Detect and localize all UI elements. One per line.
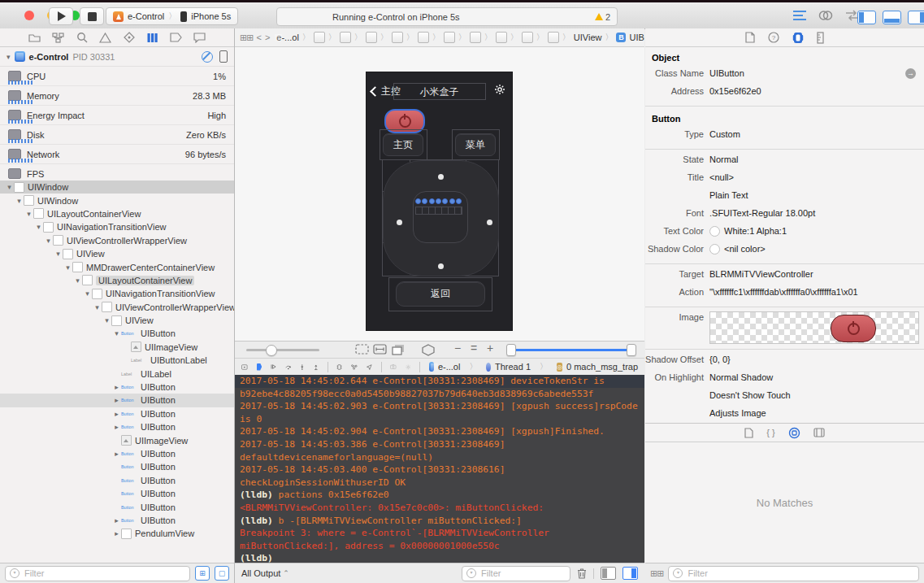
debug-view-hierarchy-button[interactable] (336, 362, 342, 372)
memory-graph-button[interactable] (351, 362, 358, 372)
hierarchy-filter-input[interactable] (23, 568, 185, 579)
disclosure-arrow[interactable]: ▸ (112, 396, 121, 404)
tree-row[interactable]: ButtonUIButton (0, 460, 234, 473)
tree-row[interactable]: ▸PendulumView (0, 527, 234, 540)
gauge-row-cpu[interactable]: CPU1% (0, 67, 234, 86)
clip-content-button[interactable] (355, 344, 369, 355)
warning-counter[interactable]: 2 (595, 12, 610, 22)
selection-handle-dot[interactable] (436, 198, 441, 204)
jumpbar-view-icon[interactable] (392, 32, 403, 43)
debug-jump-thread-label[interactable]: Thread 1 (495, 362, 531, 372)
spacing-slider-track[interactable] (246, 349, 319, 351)
disclosure-arrow[interactable]: ▾ (112, 329, 121, 337)
step-into-button[interactable] (300, 362, 305, 372)
zoom-actual-button[interactable]: = (471, 342, 477, 355)
jumpbar-view-icon[interactable] (522, 32, 533, 43)
test-navigator-tab[interactable] (123, 32, 136, 44)
tree-row[interactable]: ▸ButtonUIButton (0, 407, 234, 420)
disclosure-arrow[interactable]: ▸ (112, 516, 121, 524)
screenshot-button[interactable] (390, 362, 397, 372)
debug-process-row[interactable]: ▾ e-Control PID 30331 (0, 47, 234, 67)
disclosure-arrow[interactable]: ▾ (44, 237, 53, 245)
disclosure-arrow[interactable]: ▸ (112, 410, 121, 418)
media-library-tab[interactable] (813, 428, 825, 437)
run-button[interactable] (49, 7, 73, 25)
selection-handle-dot[interactable] (415, 198, 421, 204)
disclosure-arrow[interactable]: ▾ (34, 223, 43, 231)
power-button-selected[interactable] (384, 109, 425, 133)
selection-handle-dot[interactable] (456, 198, 462, 204)
gauge-row-energy-impact[interactable]: Energy ImpactHigh (0, 106, 234, 125)
breakpoint-navigator-tab[interactable] (170, 32, 183, 44)
zoom-in-button[interactable]: + (487, 342, 493, 355)
tree-row[interactable]: UIImageView (0, 341, 234, 354)
object-inspector-tab[interactable] (792, 32, 804, 44)
tree-row[interactable]: ▾UIViewControllerWrapperView (0, 234, 234, 247)
disclosure-arrow[interactable]: ▾ (5, 183, 14, 191)
debug-jump-frame-label[interactable]: 0 mach_msg_trap (566, 362, 638, 372)
jumpbar-view-icon[interactable] (470, 32, 481, 43)
disclosure-arrow[interactable]: ▾ (73, 276, 82, 285)
tree-row[interactable]: ▾UINavigationTransitionView (0, 220, 234, 233)
disclosure-arrow[interactable]: ▾ (63, 263, 72, 272)
jumpbar-view-icon[interactable] (340, 32, 351, 43)
disclosure-arrow[interactable]: ▾ (24, 210, 33, 218)
tree-row[interactable]: ▾MMDrawerCenterContainerView (0, 260, 234, 273)
disclosure-arrow[interactable]: ▾ (93, 303, 102, 311)
jumpbar-uiview-label[interactable]: UIView (574, 33, 602, 42)
toggle-debug-area-button[interactable] (883, 11, 901, 24)
show-constraints-button[interactable]: ⊞ (195, 566, 210, 581)
show-variables-view-button[interactable] (601, 567, 616, 580)
selection-handle-dot[interactable] (429, 198, 435, 204)
tree-row[interactable]: ▾UIWindow (0, 181, 234, 194)
disclosure-arrow[interactable]: ▾ (15, 197, 24, 205)
show-constraints-button[interactable] (373, 344, 387, 355)
disclosure-arrow[interactable]: ▸ (112, 383, 121, 391)
issue-navigator-tab[interactable] (99, 32, 112, 44)
tree-row[interactable]: ▾UIWindow (0, 194, 234, 207)
find-navigator-tab[interactable] (76, 32, 89, 44)
disclosure-arrow[interactable]: ▸ (112, 423, 121, 431)
disclosure-arrow[interactable]: ▾ (102, 316, 111, 324)
tree-row[interactable]: LabelUILabel (0, 367, 234, 380)
device-frame-icon[interactable] (219, 50, 228, 63)
back-button[interactable]: < (256, 33, 261, 42)
zoom-out-button[interactable]: − (454, 342, 461, 355)
tree-row[interactable]: ▾ButtonUIButton (0, 327, 234, 340)
hide-debug-area-button[interactable] (241, 362, 248, 372)
project-navigator-tab[interactable] (28, 32, 41, 44)
simulate-location-button[interactable] (367, 362, 372, 372)
view-layers-button[interactable] (392, 344, 405, 355)
jumpbar-view-icon[interactable] (314, 32, 325, 43)
view-debugger-canvas[interactable]: 主控 小米盒子 主页 菜单 (235, 47, 644, 341)
range-slider-left-handle[interactable] (506, 344, 516, 356)
gauge-row-network[interactable]: Network96 bytes/s (0, 145, 234, 164)
library-view-mode-icon[interactable]: ⊞⊞ (650, 568, 663, 579)
breakpoints-toggle-button[interactable] (257, 363, 262, 371)
toggle-inspector-button[interactable] (908, 11, 924, 24)
debug-jump-app-label[interactable]: e-...ol (438, 362, 461, 372)
step-over-button[interactable] (285, 362, 292, 372)
object-library-tab[interactable] (788, 427, 800, 439)
tree-row[interactable]: ▸ButtonUIButton (0, 381, 234, 394)
home-button[interactable]: 主页 (383, 133, 423, 156)
jumpbar-view-icon[interactable] (444, 32, 455, 43)
disclosure-arrow[interactable]: ▸ (112, 450, 121, 458)
snippet-library-tab[interactable]: { } (766, 428, 774, 437)
show-console-view-button[interactable] (623, 567, 638, 580)
range-slider-track[interactable] (510, 349, 631, 351)
tree-row[interactable]: ▾UINavigationTransitionView (0, 287, 234, 300)
gauge-row-memory[interactable]: Memory28.3 MB (0, 86, 234, 106)
disclosure-arrow[interactable]: ▸ (112, 529, 121, 537)
console-scope-dropdown[interactable]: All Output⌃ (241, 568, 289, 578)
continue-button[interactable] (271, 362, 276, 372)
tree-row[interactable]: ▸ButtonUIButton (0, 514, 234, 527)
jump-to-class-arrow[interactable]: → (905, 68, 916, 79)
quick-help-inspector-tab[interactable]: ? (768, 32, 779, 43)
tree-row[interactable]: ▸ButtonUIButton (0, 420, 234, 433)
tree-row[interactable]: LabelUIButtonLabel (0, 354, 234, 367)
library-filter-field[interactable]: ▾ (668, 566, 919, 581)
file-template-library-tab[interactable] (744, 428, 753, 438)
disclosure-triangle[interactable]: ▾ (7, 53, 11, 61)
clear-console-trash-icon[interactable] (577, 568, 587, 579)
